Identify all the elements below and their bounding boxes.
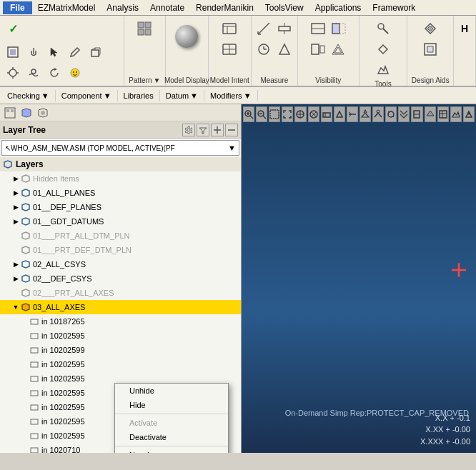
modifiers-dropdown[interactable]: Modifiers ▼ bbox=[204, 90, 258, 101]
measure-btn3[interactable] bbox=[254, 40, 273, 59]
lt-settings-btn[interactable] bbox=[182, 124, 195, 136]
layer-item-all-planes[interactable]: ▶ 01_ALL_PLANES bbox=[0, 186, 241, 200]
toolbar-btn-cursor[interactable] bbox=[45, 43, 64, 61]
toolbar-btn-box[interactable] bbox=[86, 43, 105, 61]
vp-btn13[interactable] bbox=[398, 106, 410, 122]
vp-btn8[interactable] bbox=[334, 106, 345, 122]
vp-zoom-out-btn[interactable] bbox=[256, 106, 267, 122]
measure-btn2[interactable] bbox=[275, 19, 294, 38]
layer-item-prt-all-dtm[interactable]: 01___PRT_ALL_DTM_PLN bbox=[0, 229, 241, 243]
vp-btn5[interactable] bbox=[294, 106, 306, 122]
menu-annotate[interactable]: Annotate bbox=[144, 1, 190, 14]
vp-btn12[interactable] bbox=[385, 106, 397, 122]
vp-zoom-in-btn[interactable] bbox=[243, 106, 254, 122]
design-btn2[interactable] bbox=[421, 40, 440, 59]
measure-btn4[interactable] bbox=[275, 40, 294, 59]
visibility-btn4[interactable] bbox=[329, 40, 348, 59]
checkmark-btn[interactable]: ✓ bbox=[4, 19, 22, 38]
more-btn[interactable]: H bbox=[455, 19, 474, 38]
measure-btn1[interactable] bbox=[254, 19, 273, 38]
checking-dropdown[interactable]: Checking ▼ bbox=[1, 90, 56, 101]
pattern-label[interactable]: Pattern ▼ bbox=[129, 76, 160, 84]
vp-zoom-box-btn[interactable] bbox=[269, 106, 280, 122]
layer-item-hidden[interactable]: ▶ Hidden Items bbox=[0, 171, 241, 186]
model-display-btn[interactable] bbox=[172, 19, 201, 54]
svg-rect-42 bbox=[11, 109, 14, 112]
lt-icon2[interactable] bbox=[19, 106, 34, 120]
layer-item-def-planes[interactable]: ▶ 01__DEF_PLANES bbox=[0, 200, 241, 214]
layer-item-all-axes[interactable]: ▼ 03_ALL_AXES bbox=[0, 300, 241, 314]
visibility-btn1[interactable] bbox=[309, 19, 327, 38]
tools-btn3[interactable] bbox=[374, 61, 392, 79]
left-panel-icon-toolbar bbox=[0, 104, 241, 121]
vp-btn18[interactable] bbox=[463, 106, 475, 122]
datum-dropdown[interactable]: Datum ▼ bbox=[160, 90, 204, 101]
layer-item-def-csys[interactable]: ▶ 02__DEF_CSYS bbox=[0, 271, 241, 286]
vp-btn7[interactable] bbox=[321, 106, 332, 122]
menu-applications[interactable]: Applications bbox=[309, 1, 367, 14]
vp-btn17[interactable] bbox=[450, 106, 462, 122]
svg-point-4 bbox=[9, 69, 16, 76]
expand-gdt-datums[interactable]: ▶ bbox=[11, 217, 20, 226]
visibility-btn3[interactable] bbox=[309, 40, 327, 59]
ctx-new-layer[interactable]: New Layer... bbox=[115, 448, 228, 453]
lt-filter-btn[interactable] bbox=[197, 124, 209, 136]
layer-item-sub4[interactable]: in 10202595 bbox=[0, 357, 241, 371]
toolbar-btn-hand[interactable] bbox=[24, 43, 43, 61]
ctx-unhide[interactable]: Unhide bbox=[115, 384, 228, 398]
model-intent-btn1[interactable] bbox=[220, 19, 239, 38]
layer-icon-sub3 bbox=[29, 344, 40, 356]
layer-item-prt-def-dtm[interactable]: 01___PRT_DEF_DTM_PLN bbox=[0, 243, 241, 257]
expand-def-csys[interactable]: ▶ bbox=[11, 274, 20, 283]
toolbar-btn-select[interactable] bbox=[4, 64, 22, 82]
menu-analysis[interactable]: Analysis bbox=[101, 1, 144, 14]
toolbar-btn-edit[interactable] bbox=[24, 64, 43, 82]
expand-def-planes[interactable]: ▶ bbox=[11, 203, 20, 211]
coord-xx: X.XX + -0.00 bbox=[420, 424, 470, 436]
expand-all-csys[interactable]: ▶ bbox=[11, 260, 20, 269]
menu-file[interactable]: File bbox=[3, 1, 32, 14]
layer-item-sub3[interactable]: in 10202599 bbox=[0, 343, 241, 357]
toolbar-btn-smiley[interactable] bbox=[66, 64, 84, 82]
vp-btn6[interactable] bbox=[308, 106, 319, 122]
menu-framework[interactable]: Framework bbox=[367, 1, 421, 14]
tools-btn2[interactable] bbox=[374, 40, 392, 59]
ctx-deactivate[interactable]: Deactivate bbox=[115, 430, 228, 444]
layer-item-sub2[interactable]: in 10202595 bbox=[0, 329, 241, 343]
toolbar-btn-refresh[interactable] bbox=[45, 64, 64, 82]
libraries-btn[interactable]: Libraries bbox=[118, 90, 160, 101]
layer-item-sub1[interactable]: in 10187265 bbox=[0, 314, 241, 329]
menu-toolsview[interactable]: ToolsView bbox=[259, 1, 309, 14]
expand-all-axes[interactable]: ▼ bbox=[11, 303, 20, 311]
component-dropdown[interactable]: Component ▼ bbox=[56, 90, 118, 101]
expand-all-planes[interactable]: ▶ bbox=[11, 189, 20, 197]
model-intent-btn2[interactable] bbox=[220, 40, 239, 59]
lt-expand-btn[interactable] bbox=[211, 124, 224, 136]
layer-item-prt-all-axes[interactable]: 02___PRT_ALL_AXES bbox=[0, 286, 241, 300]
vp-refit-btn[interactable] bbox=[282, 106, 293, 122]
lt-icon3[interactable] bbox=[36, 106, 50, 120]
layer-icon-hidden bbox=[20, 173, 31, 184]
pattern-grid-btn[interactable] bbox=[135, 19, 154, 38]
menu-rendermanikin[interactable]: RenderManikin bbox=[190, 1, 259, 14]
vp-btn10[interactable] bbox=[360, 106, 371, 122]
vp-btn14[interactable] bbox=[411, 106, 422, 122]
visibility-btn2[interactable] bbox=[329, 19, 348, 38]
tools-btn1[interactable] bbox=[374, 19, 392, 38]
lt-icon1[interactable] bbox=[3, 106, 17, 120]
toolbar-btn-1[interactable] bbox=[4, 43, 22, 61]
model-selector[interactable]: ↖ WHO_ASM_NEW.ASM (TOP MODEL, ACTIVE)(PF… bbox=[1, 140, 239, 156]
vp-btn11[interactable] bbox=[372, 106, 384, 122]
layer-item-all-csys[interactable]: ▶ 02_ALL_CSYS bbox=[0, 257, 241, 271]
ctx-hide[interactable]: Hide bbox=[115, 398, 228, 412]
layer-item-gdt-datums[interactable]: ▶ 01__GDT_DATUMS bbox=[0, 214, 241, 229]
toolbar-btn-pencil[interactable] bbox=[66, 43, 84, 61]
vp-btn9[interactable] bbox=[347, 106, 358, 122]
model-selector-arrow[interactable]: ▼ bbox=[228, 144, 236, 152]
vp-btn15[interactable] bbox=[425, 106, 436, 122]
design-btn1[interactable] bbox=[421, 19, 440, 38]
vp-btn16[interactable] bbox=[437, 106, 449, 122]
menu-ezmatrix[interactable]: EZMatrixModel bbox=[32, 1, 101, 14]
expand-hidden[interactable]: ▶ bbox=[11, 174, 20, 183]
lt-collapse-btn[interactable] bbox=[225, 124, 238, 136]
